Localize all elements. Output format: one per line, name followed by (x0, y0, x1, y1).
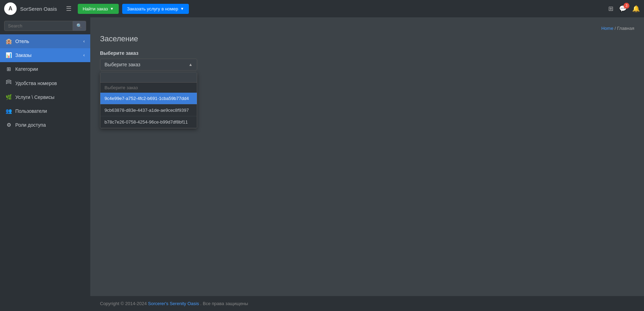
hotel-icon: 🏨 (6, 38, 12, 44)
breadcrumb: Home / Главная (100, 26, 634, 31)
dropdown-option-2[interactable]: b78c7e26-0758-4254-96ce-b99d7df8bf11 (100, 116, 197, 128)
sidebar-item-users-label: Пользователи (15, 108, 85, 114)
select-order-label: Выберите заказ (100, 50, 634, 56)
orders-icon: 📊 (6, 52, 12, 58)
sidebar-item-categories-label: Категории (15, 66, 85, 72)
sidebar: 🔍 🏨 Отель ‹ 📊 Заказы ‹ ⊞ Категории Удобс… (0, 17, 90, 311)
dropdown-option-1[interactable]: 9cb63878-d83e-4437-a1de-ae9cec8f9397 (100, 104, 197, 116)
users-icon: 👥 (6, 108, 12, 114)
footer-link[interactable]: Sorcerer's Serenity Oasis (148, 301, 199, 306)
content-area: Home / Главная Заселение Выберите заказ … (90, 17, 644, 296)
dropdown-selected-text: Выберите заказ (104, 62, 140, 67)
footer: Copyright © 2014-2024 Sorcerer's Serenit… (90, 296, 644, 311)
find-order-button[interactable]: Найти заказ ▼ (78, 4, 119, 14)
topnav-right-actions: ⊞ 💬 3 🔔 (608, 5, 640, 12)
search-button[interactable]: 🔍 (73, 21, 86, 31)
order-service-caret-icon: ▼ (180, 7, 184, 11)
sidebar-item-services-label: Услуги \ Сервисы (15, 94, 85, 100)
find-order-caret-icon: ▼ (110, 7, 114, 11)
sidebar-item-orders[interactable]: 📊 Заказы ‹ (0, 48, 90, 62)
orders-arrow-icon: ‹ (83, 53, 85, 58)
messages-icon[interactable]: 💬 3 (619, 5, 627, 12)
sidebar-item-amenities-label: Удобства номеров (15, 81, 85, 86)
sidebar-item-roles-label: Роли доступа (15, 122, 85, 128)
services-icon: 🌿 (6, 94, 12, 100)
notifications-bell-icon[interactable]: 🔔 (632, 5, 640, 12)
order-dropdown-wrapper: Выберите заказ ▲ Выберите заказ 9c4e99e7… (100, 59, 197, 70)
categories-icon: ⊞ (6, 66, 12, 72)
main-layout: 🔍 🏨 Отель ‹ 📊 Заказы ‹ ⊞ Категории Удобс… (0, 17, 644, 311)
sidebar-item-users[interactable]: 👥 Пользователи (0, 104, 90, 118)
dropdown-caret-icon: ▲ (189, 62, 193, 67)
sidebar-item-hotel-label: Отель (15, 39, 80, 44)
apps-icon[interactable]: ⊞ (608, 5, 613, 12)
sidebar-item-orders-label: Заказы (15, 52, 80, 58)
order-service-button[interactable]: Заказать услугу в номер ▼ (122, 4, 189, 14)
dropdown-search-input[interactable] (100, 72, 197, 83)
hotel-arrow-icon: ‹ (83, 39, 85, 44)
sidebar-search-container: 🔍 (0, 17, 90, 34)
sidebar-item-categories[interactable]: ⊞ Категории (0, 62, 90, 76)
dropdown-placeholder-text: Выберите заказ (100, 83, 197, 93)
page-title: Заселение (100, 34, 634, 43)
dropdown-list: 9c4e99e7-a752-4fc2-b691-1cba59b77dd4 9cb… (100, 93, 197, 128)
roles-icon: ⚙ (6, 122, 12, 128)
dropdown-option-0[interactable]: 9c4e99e7-a752-4fc2-b691-1cba59b77dd4 (100, 93, 197, 104)
footer-suffix: . Все права защищены (200, 301, 248, 306)
order-dropdown-trigger[interactable]: Выберите заказ ▲ (100, 59, 197, 70)
breadcrumb-home-link[interactable]: Home (601, 26, 613, 31)
app-brand: SorSeren Oasis (20, 6, 57, 12)
messages-badge: 3 (624, 3, 629, 9)
sidebar-item-roles[interactable]: ⚙ Роли доступа (0, 118, 90, 132)
hamburger-button[interactable]: ☰ (63, 3, 74, 14)
order-dropdown-panel: Выберите заказ 9c4e99e7-a752-4fc2-b691-1… (100, 72, 197, 128)
amenities-icon (6, 80, 12, 86)
sidebar-item-amenities[interactable]: Удобства номеров (0, 76, 90, 90)
search-input[interactable] (4, 21, 73, 31)
app-logo: A (4, 2, 17, 15)
top-navbar: A SorSeren Oasis ☰ Найти заказ ▼ Заказат… (0, 0, 644, 17)
sidebar-item-hotel[interactable]: 🏨 Отель ‹ (0, 34, 90, 48)
footer-copyright: Copyright © 2014-2024 (100, 301, 147, 306)
sidebar-item-services[interactable]: 🌿 Услуги \ Сервисы (0, 90, 90, 104)
breadcrumb-current: Главная (617, 26, 634, 31)
main-content: Home / Главная Заселение Выберите заказ … (90, 17, 644, 311)
